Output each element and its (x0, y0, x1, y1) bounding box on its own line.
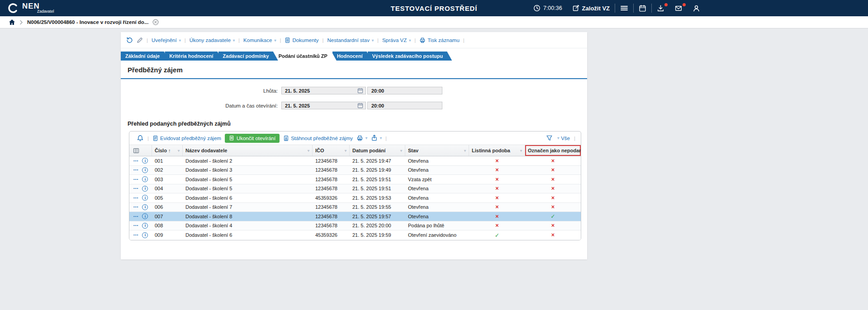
row-menu-button[interactable]: ••• (133, 196, 138, 200)
finish-opening-button[interactable]: Ukončit otevírání (225, 134, 280, 143)
calendar-icon[interactable] (357, 88, 363, 94)
toolbar-item-tisk-zaznamu[interactable]: Tisk záznamu (419, 37, 460, 43)
cell-listinna-podoba: × (469, 158, 525, 164)
row-menu-button[interactable]: ••• (133, 187, 138, 190)
main-area: | Uveřejnění▿ | Úkony zadavatele▿ | Komu… (0, 28, 868, 259)
otevirani-date-field[interactable]: 21. 5. 2025 (281, 102, 366, 109)
row-menu-button[interactable]: ••• (133, 168, 138, 172)
cell-ico: 12345678 (313, 223, 350, 228)
column-cislo[interactable]: Číslo ↑ ▿ (152, 145, 183, 156)
row-menu-button[interactable]: ••• (133, 233, 138, 237)
table-row-006[interactable]: ••• i 006 Dodavatel - školení 7 12345678… (129, 203, 581, 212)
view-all-button[interactable]: ▿ Vše (557, 136, 570, 141)
table-row-007[interactable]: ••• i 007 Dodavatel - školení 8 12345678… (129, 212, 581, 221)
export-menu-button[interactable]: ▿ (371, 135, 382, 141)
row-menu-button[interactable]: ••• (133, 215, 138, 218)
filter-button[interactable] (546, 135, 553, 141)
register-interest-button[interactable]: Evidovat předběžný zájem (152, 135, 221, 141)
cell-stav: Otevřena (405, 186, 469, 191)
menu-button[interactable] (615, 0, 633, 16)
table-row-004[interactable]: ••• i 004 Dodavatel - školení 5 12345678… (129, 184, 581, 194)
tab-podani-ucastniku-zp[interactable]: Podání účastníků ZP (274, 52, 337, 61)
document-icon (229, 135, 234, 141)
row-info-icon[interactable]: i (142, 213, 148, 219)
document-download-icon (283, 135, 289, 141)
toolbar-item-uverejneni[interactable]: Uveřejnění▿ (152, 38, 181, 43)
tab-vysledek-zadavaciho-postupu[interactable]: Výsledek zadávacího postupu (368, 52, 452, 61)
cell-listinna-podoba: × (469, 204, 525, 210)
close-record-icon[interactable] (152, 19, 159, 25)
table-row-002[interactable]: ••• i 002 Dodavatel - školení 3 12345678… (129, 166, 581, 175)
tab-hodnoceni[interactable]: Hodnocení (332, 52, 372, 61)
row-info-icon[interactable]: i (142, 195, 148, 201)
column-chooser-icon (133, 148, 139, 154)
cell-datum-podani: 21. 5. 2025 19:53 (350, 195, 405, 201)
app-logo[interactable]: NEN Zadavatel (0, 2, 54, 14)
calendar-button[interactable] (634, 0, 651, 16)
edit-button[interactable] (137, 37, 143, 43)
cell-cislo: 009 (152, 232, 183, 238)
bell-button[interactable] (137, 135, 144, 142)
calendar-icon[interactable] (357, 103, 363, 108)
clock-time: 7:00:36 (543, 5, 562, 11)
messages-button[interactable] (669, 0, 688, 16)
column-nazev-dodavatele[interactable]: Název dodavatele ▿ (183, 145, 313, 156)
downloads-button[interactable] (652, 0, 669, 16)
cell-oznacen-jako-nepodany: × (525, 222, 581, 229)
tab-zakladni-udaje[interactable]: Základní údaje (121, 52, 169, 61)
row-info-icon[interactable]: i (142, 176, 148, 182)
column-listinna-podoba[interactable]: Listinná podoba ▿ (469, 145, 525, 156)
download-interests-button[interactable]: Stáhnout předběžné zájmy (283, 135, 353, 141)
row-info-icon[interactable]: i (142, 158, 148, 164)
toolbar-item-ukony-zadavatele[interactable]: Úkony zadavatele▿ (190, 38, 235, 43)
environment-title: TESTOVACÍ PROSTŘEDÍ (391, 5, 477, 12)
session-clock: 7:00:36 (528, 0, 567, 16)
table-row-005[interactable]: ••• i 005 Dodavatel - školení 6 45359326… (129, 193, 581, 203)
row-menu-button[interactable]: ••• (133, 178, 138, 181)
row-info-icon[interactable]: i (142, 204, 148, 210)
otevirani-label: Datum a čas otevírání: (121, 103, 281, 108)
cell-oznacen-jako-nepodany: × (525, 158, 581, 164)
create-vz-button[interactable]: Založit VZ (567, 0, 615, 16)
row-info-icon[interactable]: i (142, 186, 148, 192)
history-button[interactable] (126, 37, 133, 44)
divider: | (574, 136, 575, 141)
cell-ico: 45359326 (313, 232, 350, 238)
otevirani-time-field[interactable]: 20:00 (367, 102, 442, 109)
column-stav[interactable]: Stav ▿ (405, 145, 469, 156)
row-menu-button[interactable]: ••• (133, 159, 138, 163)
toolbar-item-komunikace[interactable]: Komunikace▿ (243, 38, 276, 43)
lhuta-date-field[interactable]: 21. 5. 2025 (281, 87, 366, 94)
row-info-icon[interactable]: i (142, 167, 148, 173)
tab-kriteria-hodnoceni[interactable]: Kritéria hodnocení (165, 52, 222, 61)
row-menu-button[interactable]: ••• (133, 205, 138, 209)
breadcrumb-record[interactable]: N006/25/V00004860 - Inovace v rozvoji ří… (27, 19, 148, 25)
column-ico[interactable]: IČO ▿ (313, 145, 350, 156)
cell-oznacen-jako-nepodany: × (525, 232, 581, 238)
lhuta-time-field[interactable]: 20:00 (367, 87, 442, 94)
column-datum-podani[interactable]: Datum podání ▿ (350, 145, 405, 156)
toolbar-item-nestandardni-stav[interactable]: Nestandardní stav▿ (327, 38, 374, 43)
user-profile-button[interactable] (688, 0, 705, 16)
cell-listinna-podoba: × (469, 167, 525, 173)
table-row-008[interactable]: ••• i 008 Dodavatel - školení 4 12345678… (129, 221, 581, 231)
print-menu-button[interactable]: ▿ (356, 135, 367, 141)
hamburger-icon (620, 5, 628, 12)
cell-datum-podani: 21. 5. 2025 19:47 (350, 158, 405, 164)
column-chooser[interactable] (129, 145, 152, 156)
filter-caret-icon: ▿ (178, 149, 180, 153)
row-info-icon[interactable]: i (142, 232, 148, 238)
sort-asc-icon: ↑ (168, 148, 171, 153)
tab-zadavaci-podminky[interactable]: Zadávací podmínky (218, 52, 278, 61)
column-oznacen-jako-nepodany[interactable]: Označen jako nepodaný (525, 145, 581, 156)
row-menu-button[interactable]: ••• (133, 224, 138, 227)
table-row-009[interactable]: ••• i 009 Dodavatel - školení 6 45359326… (129, 230, 581, 240)
toolbar-item-sprava-vz[interactable]: Správa VZ▿ (382, 38, 411, 43)
home-icon[interactable] (9, 19, 15, 25)
toolbar-item-dokumenty[interactable]: Dokumenty (285, 37, 318, 43)
table-row-003[interactable]: ••• i 003 Dodavatel - školení 5 12345678… (129, 175, 581, 184)
compose-icon (572, 5, 579, 12)
row-info-icon[interactable]: i (142, 223, 148, 229)
cell-cislo: 001 (152, 158, 183, 164)
table-row-001[interactable]: ••• i 001 Dodavatel - školení 2 12345678… (129, 156, 581, 166)
